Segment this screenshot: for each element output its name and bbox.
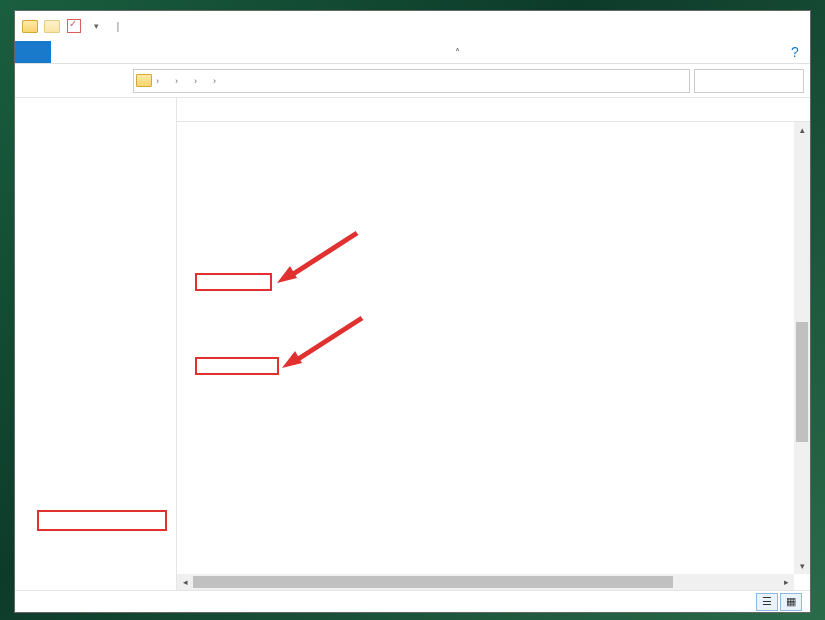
horizontal-scrollbar[interactable]: ◂ ▸ <box>177 574 794 590</box>
breadcrumb-sep[interactable]: › <box>173 76 180 86</box>
ribbon-collapse[interactable]: ˄ <box>455 41 460 63</box>
breadcrumb-sep[interactable]: › <box>211 76 218 86</box>
col-size[interactable] <box>701 98 810 121</box>
history-dropdown[interactable] <box>77 69 101 93</box>
address-bar[interactable]: › › › › <box>133 69 690 93</box>
breadcrumb-windows[interactable] <box>199 70 211 92</box>
column-headers <box>177 98 810 122</box>
scroll-left-arrow[interactable]: ◂ <box>177 574 193 590</box>
file-list: ▴ ▾ ◂ ▸ <box>177 98 810 590</box>
close-button[interactable] <box>765 11 810 41</box>
content: ▴ ▾ ◂ ▸ <box>15 98 810 590</box>
minimize-button[interactable] <box>675 11 720 41</box>
file-tab[interactable] <box>15 41 51 63</box>
explorer-window: ▾ | ˄ ? › › › › <box>14 10 811 613</box>
hscroll-thumb[interactable] <box>193 576 673 588</box>
nav-tree[interactable] <box>15 98 177 590</box>
ribbon-tab-share[interactable] <box>79 41 107 63</box>
qa-icon-1[interactable] <box>41 15 63 37</box>
qa-dropdown[interactable]: ▾ <box>85 15 107 37</box>
maximize-button[interactable] <box>720 11 765 41</box>
breadcrumb-disk[interactable] <box>180 70 192 92</box>
breadcrumb-sep[interactable]: › <box>192 76 199 86</box>
scroll-right-arrow[interactable]: ▸ <box>778 574 794 590</box>
app-icon <box>19 15 41 37</box>
breadcrumb-thispc[interactable] <box>161 70 173 92</box>
col-date[interactable] <box>435 98 581 121</box>
back-button[interactable] <box>21 69 45 93</box>
ribbon: ˄ ? <box>15 41 810 64</box>
scroll-down-arrow[interactable]: ▾ <box>794 558 810 574</box>
search-input[interactable] <box>694 69 804 93</box>
scroll-up-arrow[interactable]: ▴ <box>794 122 810 138</box>
qa-divider: | <box>107 15 129 37</box>
up-button[interactable] <box>105 69 129 93</box>
address-icon <box>134 74 154 87</box>
col-type[interactable] <box>581 98 701 121</box>
status-bar: ☰ ▦ <box>15 590 810 612</box>
qa-icon-2[interactable] <box>63 15 85 37</box>
breadcrumb-sep[interactable]: › <box>154 76 161 86</box>
ribbon-tab-view[interactable] <box>107 41 135 63</box>
ribbon-tab-home[interactable] <box>51 41 79 63</box>
forward-button[interactable] <box>49 69 73 93</box>
scroll-thumb[interactable] <box>796 322 808 442</box>
help-icon[interactable]: ? <box>786 41 810 63</box>
list-body[interactable] <box>177 122 794 574</box>
view-details-button[interactable]: ☰ <box>756 593 778 611</box>
vertical-scrollbar[interactable]: ▴ ▾ <box>794 122 810 574</box>
col-name[interactable] <box>177 98 435 121</box>
view-icons-button[interactable]: ▦ <box>780 593 802 611</box>
navbar: › › › › <box>15 64 810 98</box>
titlebar[interactable]: ▾ | <box>15 11 810 41</box>
